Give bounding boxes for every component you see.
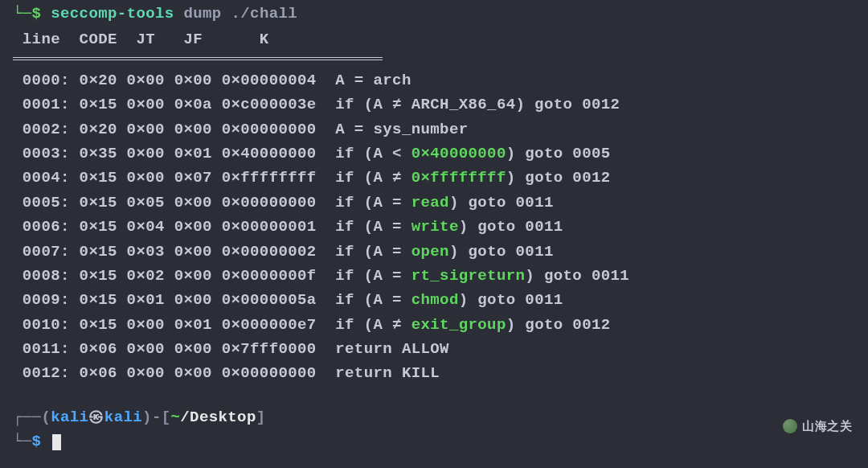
hex-literal: 0×40000000 [411,145,506,162]
sp [402,194,411,211]
syscall-name: chmod [411,291,459,309]
sp [402,291,411,309]
prompt-arrow-icon: └─$ [13,5,51,23]
table-row: 0003: 0×35 0×00 0×01 0×40000000 if (A < … [13,142,855,166]
table-row: 0001: 0×15 0×00 0×0a 0×c000003e if (A ≠ … [13,92,855,117]
divider [13,57,383,60]
desc-tail: ) goto 0005 [506,145,611,162]
table-row: 0006: 0×15 0×04 0×00 0×00000001 if (A = … [13,215,855,239]
dump-table: 0000: 0×20 0×00 0×00 0×00000004 A = arch… [13,68,855,386]
command-tool: seccomp-tools [51,5,174,23]
prompt-corner-btm: └─ [13,433,32,450]
left-cols: 0006: 0×15 0×04 0×00 0×00000001 [13,218,335,236]
left-cols: 0001: 0×15 0×00 0×0a 0×c000003e [13,96,335,113]
sp [402,243,411,261]
desc-tail: ) goto 0011 [525,267,629,285]
desc: return ALLOW [335,340,449,358]
desc: if (A [335,96,392,113]
prompt-dollar: $ [32,433,42,450]
prompt-path: /Desktop [180,408,256,426]
desc-tail: ARCH_X86_64) goto 0012 [402,96,620,113]
sp [402,218,411,236]
table-row: 0009: 0×15 0×01 0×00 0×0000005a if (A = … [13,288,855,312]
operator: = [392,291,402,309]
table-row: 0007: 0×15 0×03 0×00 0×00000002 if (A = … [13,240,855,264]
table-row: 0010: 0×15 0×00 0×01 0×000000e7 if (A ≠ … [13,313,855,337]
table-row: 0011: 0×06 0×00 0×00 0×7fff0000 return A… [13,337,855,361]
table-row: 0012: 0×06 0×00 0×00 0×00000000 return K… [13,361,855,385]
table-row: 0000: 0×20 0×00 0×00 0×00000004 A = arch [13,68,855,92]
cursor-icon[interactable] [52,434,61,450]
table-row: 0004: 0×15 0×00 0×07 0×ffffffff if (A ≠ … [13,166,855,190]
desc-tail: ) goto 0012 [506,316,611,334]
prompt-corner-top: ┌──( [13,408,51,426]
syscall-name: open [411,243,449,261]
desc: if (A [335,194,392,211]
prompt-close-bracket: ] [256,408,266,426]
left-cols: 0008: 0×15 0×02 0×00 0×0000000f [13,267,335,285]
desc: A = sys_number [335,121,468,138]
shell-prompt[interactable]: ┌──(kali㉿kali)-[~/Desktop] └─$ [13,405,855,454]
desc: if (A [335,267,392,285]
left-cols: 0000: 0×20 0×00 0×00 0×00000004 [13,72,335,89]
left-cols: 0009: 0×15 0×01 0×00 0×0000005a [13,291,335,309]
operator: ≠ [392,169,402,187]
desc-tail: ) goto 0011 [459,291,563,309]
desc-tail: ) goto 0011 [449,194,554,211]
prompt-dash: -[ [152,408,171,426]
desc: A = arch [335,72,411,89]
desc: if (A [335,169,392,187]
prompt-user: kali [51,408,88,426]
operator: = [392,194,402,211]
syscall-name: rt_sigreturn [411,267,526,285]
left-cols: 0010: 0×15 0×00 0×01 0×000000e7 [13,316,335,334]
left-cols: 0003: 0×35 0×00 0×01 0×40000000 [13,145,335,162]
syscall-name: write [411,218,459,236]
left-cols: 0004: 0×15 0×00 0×07 0×ffffffff [13,169,335,187]
sp [402,169,411,187]
operator: = [392,243,402,261]
command-args [174,5,184,23]
watermark: 山海之关 [783,417,852,436]
watermark-icon [783,419,797,433]
prompt-tilde: ~ [170,408,180,426]
sp [402,316,411,334]
left-cols: 0005: 0×15 0×05 0×00 0×00000000 [13,194,335,211]
desc: if (A [335,243,392,261]
desc-tail: ) goto 0012 [506,169,611,187]
command-arguments: dump ./chall [183,5,297,23]
syscall-name: exit_group [411,316,506,334]
desc-tail: ) goto 0011 [449,243,554,261]
desc: if (A [335,291,392,309]
operator: ≠ [392,316,402,334]
desc-tail: ) goto 0011 [459,218,563,236]
watermark-text: 山海之关 [802,417,852,436]
operator: ≠ [392,96,402,113]
desc: return KILL [335,364,440,382]
table-header: line CODE JT JF K [13,27,855,51]
operator: = [392,218,402,236]
desc: if (A [335,218,392,236]
desc: if (A [335,316,392,334]
left-cols: 0002: 0×20 0×00 0×00 0×00000000 [13,121,335,138]
hex-literal: 0×ffffffff [411,169,506,187]
syscall-name: read [411,194,449,211]
table-row: 0005: 0×15 0×05 0×00 0×00000000 if (A = … [13,191,855,215]
previous-command: └─$ seccomp-tools dump ./chall [13,2,855,26]
desc: if (A < [335,145,411,162]
table-row: 0008: 0×15 0×02 0×00 0×0000000f if (A = … [13,264,855,288]
left-cols: 0012: 0×06 0×00 0×00 0×00000000 [13,364,335,382]
operator: = [392,267,402,285]
left-cols: 0011: 0×06 0×00 0×00 0×7fff0000 [13,340,335,358]
prompt-host: kali [104,408,142,426]
skull-icon: ㉿ [88,408,104,426]
table-row: 0002: 0×20 0×00 0×00 0×00000000 A = sys_… [13,117,855,142]
left-cols: 0007: 0×15 0×03 0×00 0×00000002 [13,243,335,261]
sp [402,267,411,285]
prompt-close-paren: ) [142,408,152,426]
